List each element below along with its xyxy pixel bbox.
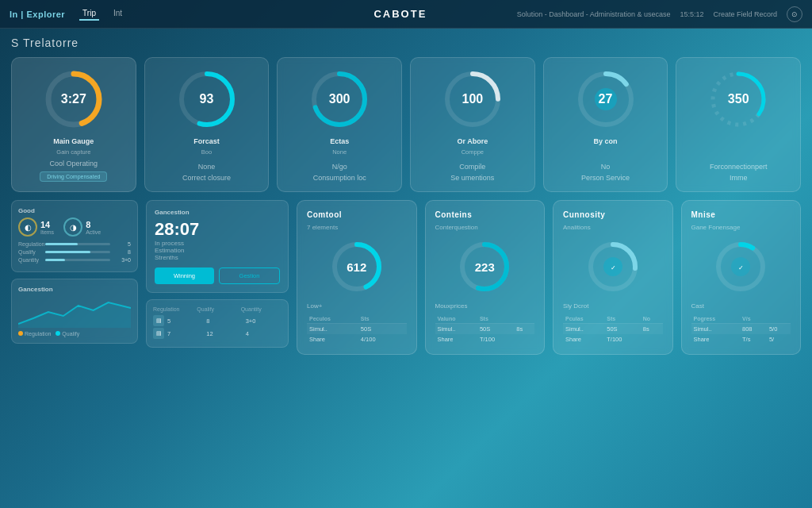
svg-text:✓: ✓ [610,264,615,271]
ct3-cell-0-0: Simul.. [691,324,741,335]
gauge-status-4: No [581,163,630,171]
content-cards-row: Comtool 7 elements 612 Low+ Peculos Sts [297,200,801,355]
content-big-label-3: Cast [691,302,791,310]
col-head-1: Qualify [197,306,237,312]
mini-stats-row: ◐ 14 Items ◑ 8 Active [18,217,131,237]
nav-icon-circle[interactable]: ⊙ [787,6,802,22]
mini-icon-cyan: ◑ [63,217,82,237]
nav-logo: In | Explorer [10,10,65,19]
content-table-1: Valuno Sts Simul.. 50S 8s Share T/100 [435,314,535,344]
gauge-circle-2: 300 [308,67,371,131]
ct2-cell-0-2: 8s [641,324,663,335]
ct1-cell-0-2: 8s [514,324,534,335]
ct2-col-0: Pculas [563,314,604,324]
col-head-0: Regulation [153,306,193,312]
content-card-control: Comtool 7 elements 612 Low+ Peculos Sts [297,200,417,355]
big-circle-1: 223 [457,239,512,294]
ct-cell-0-0: Simul.. [307,324,358,335]
table-row: Simul.. 50S 8s [435,324,535,335]
table-row: Share T/100 [563,334,663,344]
table-row-1: ▤ 7 12 4 [153,328,282,339]
ct2-cell-1-0: Share [563,334,604,344]
ct3-cell-0-1: 808 [740,324,767,335]
gauge-status2-1: Correct closure [182,174,231,182]
cell-0-2: 3+0 [246,318,282,325]
row-icon-1: ▤ [153,328,164,339]
page-title: S Trelatorre [11,37,801,49]
mid-sub2: Estimation [155,247,280,254]
left-panel: Good ◐ 14 Items ◑ 8 Active Regulation [11,200,138,355]
main-content: S Trelatorre 3:27 Main Gauge Gain captur… [0,29,812,508]
ct-cell-1-1: 4/100 [358,334,397,344]
content-table-0: Peculos Sts Simul.. 50S Share 4/100 [307,314,407,344]
table-row: Share T/100 [435,334,535,344]
content-title-0: Comtool [307,210,407,219]
gauge-sub-3: Comppe [462,148,484,156]
ct-col-0-1: Sts [358,314,397,324]
content-sub-2: Analitions [563,224,663,231]
gauge-card-4: 27 By con No Person Service [543,57,668,192]
nav-tab-int[interactable]: Int [110,7,125,21]
table-row: Simul.. 50S [307,324,407,335]
ct2-col-2: No [641,314,663,324]
ct2-col-1: Sts [604,314,641,324]
ct1-cell-1-0: Share [435,334,477,344]
gauge-value-0: 3:27 [61,92,86,106]
mini-stat-val-1: 8 [86,220,101,229]
content-title-1: Conteins [435,210,535,219]
gauge-value-4: 27 [599,92,613,106]
bottom-row: Good ◐ 14 Items ◑ 8 Active Regulation [11,200,801,355]
ct-cell-1-2 [397,334,407,344]
content-sub-0: 7 elements [307,224,407,231]
content-sub-3: Gane Fonensage [691,224,791,231]
content-big-label-1: Mouxprices [435,302,535,310]
chart-legend-1: Regulation [18,331,51,337]
gauge-btn-0[interactable]: Driving Compensated [40,171,107,182]
gauge-cards-row: 3:27 Main Gauge Gain capture Cool Operat… [11,57,801,192]
gauge-status-2: N/go [313,163,366,171]
gauge-card-3: 100 Or Abore Comppe Compile Se umentions [410,57,535,192]
gauge-status2-4: Person Service [581,174,630,182]
top-nav: In | Explorer Trip Int CABOTE Solution -… [0,0,812,29]
gauge-sub-0: Gain capture [56,148,90,156]
progress-label-0: Regulation [18,241,42,247]
ct-cell-0-2 [397,324,407,335]
mid-btn1[interactable]: Winning [155,267,214,284]
ct3-cell-1-2: 5/ [767,334,791,344]
content-table-3: Pogress V/s Simul.. 808 5/0 Share T/s 5/ [691,314,791,344]
ct1-col-0: Valuno [435,314,477,324]
progress-val-2: 3+0 [113,257,131,263]
gauge-status-5: Forconnectionpert [710,163,768,171]
mid-btn2[interactable]: Gestion [219,267,280,284]
nav-create-label: Create Field Record [713,10,777,18]
ct3-col-2 [767,314,791,324]
gauge-sub-2: None [332,148,347,156]
chart-area [18,296,131,328]
gauge-card-name-0: Cool Operating [40,160,107,167]
progress-row-1: Qualify 8 [18,249,131,255]
table-row: Simul.. 50S 8s [563,324,663,335]
ct3-col-1: V/s [740,314,767,324]
nav-right: Solution - Dashboard - Administration & … [517,6,802,22]
mid-number: 28:07 [155,219,280,240]
gauge-bottom-0: Cool Operating Driving Compensated [40,156,107,182]
col-head-2: Quantity [241,306,282,312]
mini-stat-lbl-1: Active [86,229,101,235]
ct1-cell-0-0: Simul.. [435,324,477,335]
mid-sub1: In process [155,240,280,247]
gauge-card-0: 3:27 Main Gauge Gain capture Cool Operat… [11,57,136,192]
content-card-community: Cunnosity Analitions ✓ Sly Dcrot Pculas … [553,200,673,355]
big-circle-3: ✓ [713,239,768,294]
gauge-value-1: 93 [200,92,214,106]
nav-tab-trip[interactable]: Trip [79,7,99,21]
gauge-circle-1: 93 [175,67,239,131]
stats-main-card: Gancestion 28:07 In process Estimation S… [146,200,289,293]
progress-val-1: 8 [113,249,131,255]
big-circle-2: ✓ [585,239,641,294]
content-sub-1: Conterquestion [435,224,535,231]
gauge-sub-1: Boo [201,148,212,156]
nav-title: CABOTE [298,8,503,20]
gauge-bottom-4: No Person Service [581,160,630,182]
ct3-cell-1-0: Share [691,334,741,344]
ct1-cell-1-1: T/100 [477,334,514,344]
